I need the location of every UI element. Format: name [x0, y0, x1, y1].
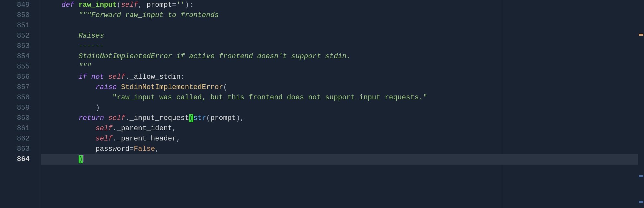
code-line[interactable]: """Forward raw_input to frontends — [41, 10, 644, 21]
code-line[interactable]: self._parent_header, — [41, 134, 644, 144]
code-line[interactable]: """ — [41, 62, 644, 72]
code-line[interactable]: def raw_input(self, prompt=''): — [41, 0, 644, 10]
line-number: 863 — [0, 144, 30, 154]
scrollbar-marker-info[interactable] — [639, 175, 643, 177]
line-number: 860 — [0, 113, 30, 123]
code-line[interactable]: StdinNotImplentedError if active fronten… — [41, 51, 644, 62]
line-number: 849 — [0, 0, 30, 10]
code-line[interactable]: ) — [41, 103, 644, 113]
code-line[interactable]: if not self._allow_stdin: — [41, 72, 644, 82]
line-number: 858 — [0, 93, 30, 103]
code-line[interactable]: ------ — [41, 41, 644, 51]
line-number: 853 — [0, 41, 30, 51]
line-number: 861 — [0, 123, 30, 134]
scrollbar-marker-warning[interactable] — [639, 34, 643, 36]
line-number: 855 — [0, 62, 30, 72]
line-number: 852 — [0, 31, 30, 41]
code-line[interactable]: return self._input_request(str(prompt), — [41, 113, 644, 123]
code-line[interactable]: "raw_input was called, but this frontend… — [41, 93, 644, 103]
code-line[interactable]: password=False, — [41, 144, 644, 154]
line-number: 851 — [0, 21, 30, 31]
code-line[interactable]: self._parent_ident, — [41, 123, 644, 134]
code-editor[interactable]: 849 850 851 852 853 854 855 856 857 858 … — [0, 0, 644, 208]
scrollbar-marker-info[interactable] — [639, 201, 643, 203]
line-number: 859 — [0, 103, 30, 113]
line-number: 857 — [0, 82, 30, 93]
line-number: 854 — [0, 51, 30, 62]
code-line[interactable]: Raises — [41, 31, 644, 41]
line-number: 850 — [0, 10, 30, 21]
fold-margin[interactable] — [35, 0, 41, 208]
code-line[interactable]: raise StdinNotImplementedError( — [41, 82, 644, 93]
code-line[interactable] — [41, 21, 644, 31]
text-cursor — [83, 155, 83, 162]
scrollbar-track[interactable] — [638, 0, 644, 208]
line-number-gutter: 849 850 851 852 853 854 855 856 857 858 … — [0, 0, 35, 208]
line-number: 856 — [0, 72, 30, 82]
code-line-active[interactable]: ) — [41, 154, 644, 165]
bracket-match-highlight: ( — [189, 114, 193, 122]
code-area[interactable]: def raw_input(self, prompt=''): """Forwa… — [41, 0, 644, 208]
line-number-active: 864 — [0, 154, 30, 165]
bracket-match-highlight: ) — [79, 155, 83, 163]
line-number: 862 — [0, 134, 30, 144]
